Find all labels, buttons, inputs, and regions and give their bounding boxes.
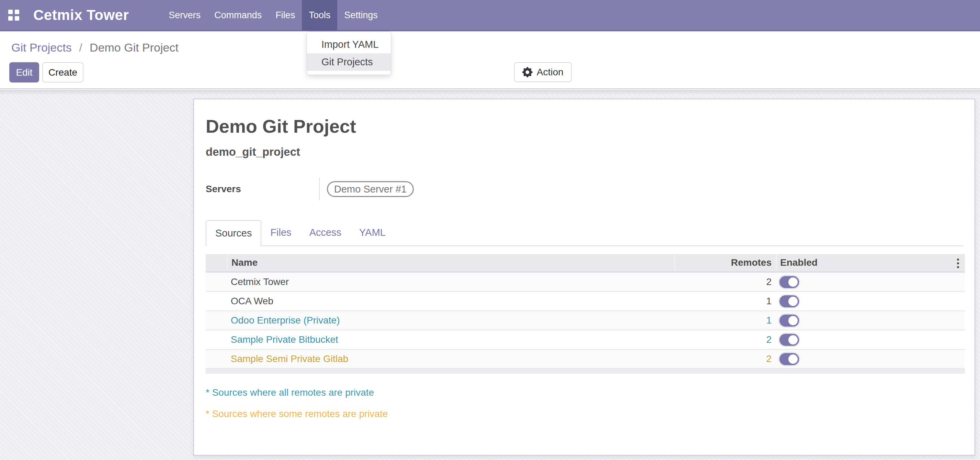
- record-reference: demo_git_project: [206, 144, 300, 160]
- cell-enabled: [776, 331, 965, 349]
- content-area: Demo Git Project demo_git_project Server…: [0, 90, 980, 460]
- column-header-remotes[interactable]: Remotes: [675, 254, 776, 271]
- apps-grid-icon[interactable]: [8, 10, 19, 21]
- tab-files[interactable]: Files: [261, 220, 300, 246]
- field-separator: [319, 178, 320, 200]
- cell-remotes: 2: [675, 273, 776, 291]
- cell-enabled: [776, 311, 965, 330]
- cell-enabled: [776, 350, 965, 368]
- gear-icon: [522, 67, 533, 77]
- servers-field-row: Servers Demo Server #1: [206, 176, 618, 203]
- enabled-toggle[interactable]: [780, 315, 799, 327]
- column-header-enabled[interactable]: Enabled: [776, 254, 965, 271]
- enabled-toggle[interactable]: [780, 353, 799, 365]
- menu-item-git-projects[interactable]: Git Projects: [307, 53, 391, 71]
- row-handle-cell: [206, 292, 227, 310]
- server-tag: Demo Server #1: [327, 181, 414, 197]
- nav-item-settings[interactable]: Settings: [337, 0, 385, 30]
- table-row-oca-web[interactable]: OCA Web1: [206, 292, 965, 311]
- enabled-toggle[interactable]: [780, 276, 799, 288]
- table-footer: [206, 369, 965, 374]
- nav-item-commands[interactable]: Commands: [207, 0, 269, 30]
- cell-remotes: 2: [675, 331, 776, 349]
- page: Cetmix Tower ServersCommandsFilesToolsSe…: [0, 0, 980, 460]
- table-row-cetmix-tower[interactable]: Cetmix Tower2: [206, 273, 965, 292]
- row-handle-cell: [206, 311, 227, 330]
- cell-name: Cetmix Tower: [227, 273, 675, 291]
- action-button[interactable]: Action: [514, 62, 572, 82]
- breadcrumb-separator: /: [75, 41, 86, 54]
- column-header-name[interactable]: Name: [227, 254, 675, 271]
- tools-dropdown-menu: Import YAMLGit Projects: [307, 31, 391, 75]
- enabled-toggle[interactable]: [780, 334, 799, 346]
- form-sheet: Demo Git Project demo_git_project Server…: [193, 99, 975, 455]
- column-header-handle: [206, 254, 227, 271]
- legend-note: * Sources where some remotes are private: [206, 407, 388, 421]
- create-button[interactable]: Create: [42, 62, 83, 83]
- cell-remotes: 1: [675, 311, 776, 330]
- table-body: Cetmix Tower2OCA Web1Odoo Enterprise (Pr…: [206, 273, 965, 369]
- table-row-sample-semi-private-gitlab[interactable]: Sample Semi Private Gitlab2: [206, 350, 965, 369]
- cell-name: OCA Web: [227, 292, 675, 310]
- cell-name: Sample Semi Private Gitlab: [227, 350, 675, 368]
- notebook-tabs: SourcesFilesAccessYAML: [206, 220, 964, 246]
- kebab-vertical-icon[interactable]: [954, 259, 962, 268]
- cell-enabled: [776, 292, 965, 310]
- row-handle-cell: [206, 350, 227, 368]
- tab-access[interactable]: Access: [301, 220, 350, 246]
- cell-enabled: [776, 273, 965, 291]
- tab-sources[interactable]: Sources: [206, 220, 261, 246]
- server-tags: Demo Server #1: [327, 181, 414, 197]
- row-handle-cell: [206, 331, 227, 349]
- navbar-menu: ServersCommandsFilesToolsSettings: [162, 0, 385, 30]
- sources-legend: * Sources where all remotes are private*…: [206, 386, 388, 428]
- nav-item-files[interactable]: Files: [269, 0, 302, 30]
- nav-item-servers[interactable]: Servers: [162, 0, 207, 30]
- table-row-sample-private-bitbucket[interactable]: Sample Private Bitbucket2: [206, 331, 965, 350]
- menu-item-import-yaml[interactable]: Import YAML: [307, 36, 391, 53]
- edit-button[interactable]: Edit: [9, 62, 39, 83]
- top-navbar: Cetmix Tower ServersCommandsFilesToolsSe…: [0, 0, 980, 31]
- cell-name: Odoo Enterprise (Private): [227, 311, 675, 330]
- cell-remotes: 1: [675, 292, 776, 310]
- control-panel: Git Projects / Demo Git Project Edit Cre…: [0, 31, 980, 89]
- row-handle-cell: [206, 273, 227, 291]
- nav-item-tools[interactable]: Tools: [302, 0, 337, 30]
- servers-field-label: Servers: [206, 176, 241, 203]
- breadcrumb-parent-link[interactable]: Git Projects: [11, 41, 72, 54]
- table-header-row: NameRemotesEnabled: [206, 254, 965, 273]
- cell-remotes: 2: [675, 350, 776, 368]
- action-button-label: Action: [537, 67, 563, 78]
- breadcrumb-current: Demo Git Project: [90, 41, 178, 54]
- tab-yaml[interactable]: YAML: [350, 220, 395, 246]
- breadcrumb: Git Projects / Demo Git Project: [11, 40, 178, 55]
- sources-table: NameRemotesEnabled Cetmix Tower2OCA Web1…: [206, 254, 965, 374]
- enabled-toggle[interactable]: [780, 295, 799, 307]
- app-brand[interactable]: Cetmix Tower: [33, 0, 129, 30]
- legend-note: * Sources where all remotes are private: [206, 386, 388, 399]
- record-title: Demo Git Project: [206, 115, 356, 137]
- cell-name: Sample Private Bitbucket: [227, 331, 675, 349]
- table-row-odoo-enterprise-private-[interactable]: Odoo Enterprise (Private)1: [206, 311, 965, 331]
